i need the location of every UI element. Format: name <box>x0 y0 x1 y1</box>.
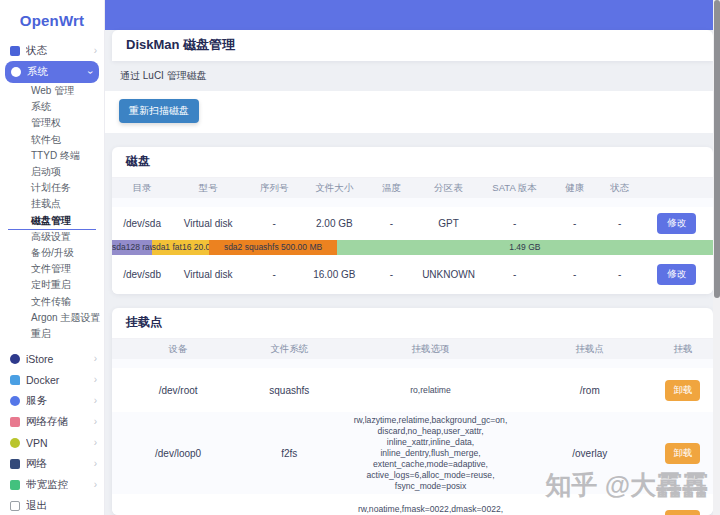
chevron-right-icon: › <box>94 353 97 364</box>
sidebar-subitem-scheduled-reboot[interactable]: 定时重启 <box>0 277 104 293</box>
disk-serial: - <box>244 269 304 280</box>
chevron-right-icon: › <box>94 458 97 469</box>
sidebar-item-docker[interactable]: Docker › <box>0 369 104 390</box>
col-partition-table: 分区表 <box>418 182 478 195</box>
mount-row-root: /dev/root squashfs ro,relatime /rom 卸载 <box>112 368 713 412</box>
col-device: 设备 <box>112 343 244 356</box>
chevron-right-icon: › <box>94 416 97 427</box>
sidebar-item-istore[interactable]: iStore › <box>0 348 104 369</box>
disks-card: 磁盘 目录 型号 序列号 文件大小 温度 分区表 SATA 版本 健康 状态 /… <box>112 147 713 294</box>
sidebar-subitem-file-transfer[interactable]: 文件传输 <box>0 293 104 309</box>
scrollbar-thumb[interactable] <box>714 0 720 298</box>
sidebar-item-vpn[interactable]: VPN › <box>0 432 104 453</box>
disk-size: 16.00 GB <box>304 269 364 280</box>
sidebar-subitem-mount-points[interactable]: 挂载点 <box>0 196 104 212</box>
page-title: DiskMan 磁盘管理 <box>126 36 699 54</box>
partition-free-space[interactable]: 1.49 GB <box>337 240 713 255</box>
sidebar-subitem-argon-config[interactable]: Argon 主题设置 <box>0 310 104 326</box>
disk-size: 2.00 GB <box>304 218 364 229</box>
partition-sda128[interactable]: sda128 raw 239 <box>112 240 152 255</box>
col-mount-point: 挂载点 <box>527 343 653 356</box>
disk-partition-table: GPT <box>418 218 478 229</box>
disk-row-sdb: /dev/sdb Virtual disk - 16.00 GB - UNKNO… <box>112 255 713 294</box>
sidebar-subitem-advanced[interactable]: 高级设置 <box>0 229 104 245</box>
disk-status: - <box>599 218 641 229</box>
sidebar-subitem-startup[interactable]: 启动项 <box>0 164 104 180</box>
chevron-right-icon: › <box>94 437 97 448</box>
network-hub-icon <box>10 459 20 469</box>
sidebar-item-network[interactable]: 网络 › <box>0 453 104 474</box>
mount-points-card: 挂载点 设备 文件系统 挂载选项 挂载点 挂载 /dev/root squash… <box>112 308 713 515</box>
disk-model: Virtual disk <box>172 218 244 229</box>
edit-disk-button[interactable]: 修改 <box>657 213 696 234</box>
docker-whale-icon <box>10 375 20 385</box>
disk-path: /dev/sdb <box>112 269 172 280</box>
sidebar-item-nas[interactable]: 网络存储 › <box>0 411 104 432</box>
sidebar-item-services[interactable]: 服务 › <box>0 390 104 411</box>
page-title-card: DiskMan 磁盘管理 <box>112 30 713 61</box>
sda-partition-bar: sda128 raw 239 sda1 fat16 20.0 sda2 squa… <box>112 240 713 255</box>
disk-health: - <box>551 269 599 280</box>
sidebar-subitem-administration[interactable]: 管理权 <box>0 115 104 131</box>
col-status: 状态 <box>599 182 641 195</box>
sidebar-item-bandwidth-monitor[interactable]: 带宽监控 › <box>0 474 104 495</box>
chevron-right-icon: › <box>94 395 97 406</box>
col-filesystem: 文件系统 <box>244 343 334 356</box>
disk-status: - <box>599 269 641 280</box>
edit-disk-button[interactable]: 修改 <box>657 264 696 285</box>
logout-icon <box>10 501 20 511</box>
mount-device: /dev/root <box>112 385 244 396</box>
sidebar-subitem-reboot[interactable]: 重启 <box>0 326 104 342</box>
istore-icon <box>10 354 20 364</box>
unmount-button[interactable]: 卸载 <box>665 443 700 464</box>
mounts-table-header: 设备 文件系统 挂载选项 挂载点 挂载 <box>112 339 713 359</box>
chevron-right-icon: › <box>94 479 97 490</box>
col-path: 目录 <box>112 182 172 195</box>
sidebar-system-submenu: Web 管理 系统 管理权 软件包 TTYD 终端 启动项 计划任务 挂载点 磁… <box>0 83 104 342</box>
storage-server-icon <box>10 417 20 427</box>
table-stripe <box>112 198 713 207</box>
col-model: 型号 <box>172 182 244 195</box>
sidebar-item-status[interactable]: 状态 › <box>0 40 104 61</box>
disks-table-header: 目录 型号 序列号 文件大小 温度 分区表 SATA 版本 健康 状态 <box>112 178 713 198</box>
mount-row-sda1: /dev/sda1 vfat rw,noatime,fmask=0022,dma… <box>112 494 713 515</box>
gear-icon <box>11 67 21 77</box>
openwrt-logo: OpenWrt <box>0 0 104 40</box>
link-icon <box>10 396 20 406</box>
sidebar-subitem-backup-upgrade[interactable]: 备份/升级 <box>0 245 104 261</box>
disk-serial: - <box>244 218 304 229</box>
mount-device: /dev/loop0 <box>112 448 244 459</box>
sidebar-item-system[interactable]: 系统 › <box>5 61 99 83</box>
actions-strip: 重新扫描磁盘 <box>105 91 720 133</box>
sidebar-bottom-group: iStore › Docker › 服务 › 网络存储 › VPN › 网络 › <box>0 348 104 515</box>
sidebar-subitem-diskman[interactable]: 磁盘管理 <box>0 213 104 229</box>
sidebar: OpenWrt 状态 › 系统 › Web 管理 系统 管理权 软件包 TTYD… <box>0 0 105 515</box>
chevron-down-icon: › <box>85 70 96 73</box>
sidebar-subitem-ttyd[interactable]: TTYD 终端 <box>0 148 104 164</box>
sidebar-subitem-web-admin[interactable]: Web 管理 <box>0 83 104 99</box>
col-sata-version: SATA 版本 <box>479 182 551 195</box>
mount-fs: f2fs <box>244 448 334 459</box>
dashboard-icon <box>10 46 20 56</box>
partition-sda1[interactable]: sda1 fat16 20.0 <box>152 240 210 255</box>
col-mount-options: 挂载选项 <box>334 343 526 356</box>
disks-section-title: 磁盘 <box>112 147 713 178</box>
unmount-button[interactable]: 卸载 <box>665 380 700 401</box>
sidebar-subitem-file-manager[interactable]: 文件管理 <box>0 261 104 277</box>
mount-options: rw,noatime,fmask=0022,dmask=0022, codepa… <box>334 504 526 515</box>
table-stripe <box>112 359 713 368</box>
partition-sda2[interactable]: sda2 squashfs 500.00 MB <box>209 240 336 255</box>
sidebar-item-logout[interactable]: 退出 <box>0 495 104 515</box>
disk-model: Virtual disk <box>172 269 244 280</box>
col-mount-action: 挂载 <box>653 343 713 356</box>
rescan-disks-button[interactable]: 重新扫描磁盘 <box>119 99 199 123</box>
top-header-band <box>105 0 720 30</box>
disk-row-sda: /dev/sda Virtual disk - 2.00 GB - GPT - … <box>112 207 713 240</box>
mount-point: /overlay <box>527 448 653 459</box>
sidebar-subitem-software[interactable]: 软件包 <box>0 132 104 148</box>
sidebar-subitem-crontab[interactable]: 计划任务 <box>0 180 104 196</box>
page-scrollbar[interactable] <box>713 0 720 515</box>
unmount-button[interactable]: 卸载 <box>665 510 700 515</box>
sidebar-subitem-system[interactable]: 系统 <box>0 99 104 115</box>
mount-options: rw,lazytime,relatime,background_gc=on, d… <box>334 415 526 492</box>
